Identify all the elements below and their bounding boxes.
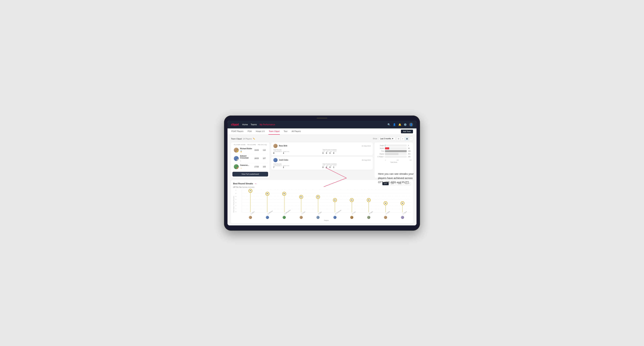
subnav-pga[interactable]: PGA bbox=[247, 128, 252, 135]
player-name-label: R. Butler bbox=[386, 211, 390, 214]
table-row[interactable]: 3 Cameron... 🔸 17/20 103 bbox=[232, 163, 268, 170]
bar-track-eagles bbox=[385, 145, 407, 147]
player-name-label: R. Britt bbox=[318, 211, 322, 214]
view-full-leaderboard-button[interactable]: View Full Leaderboard bbox=[232, 172, 268, 176]
streaks-chart-container: Best Streak, Fairway Accuracy 7 6 5 4 3 … bbox=[233, 190, 411, 221]
leaderboard-card: PLAYER NAME PB SCORE PB AVG SQ 1 Richa bbox=[231, 142, 270, 178]
subnav-team-clippd[interactable]: Team Clippd bbox=[268, 128, 280, 135]
streak-bubble: 4x bbox=[350, 198, 354, 202]
settings-icon[interactable]: ⚙️ bbox=[404, 123, 407, 126]
bar-fill-bogeys bbox=[385, 153, 398, 155]
player-scores: 18/20 107 bbox=[254, 158, 267, 159]
bar-fill-dbogeys bbox=[385, 156, 390, 158]
pb-avg-sq: 110 bbox=[262, 149, 267, 151]
bar-label-dbogeys: D. Bogeys + bbox=[376, 156, 384, 157]
streak-line bbox=[267, 194, 268, 212]
add-team-button[interactable]: Add Team bbox=[401, 130, 413, 133]
streak-column-crossman: 4x E. Crossman bbox=[326, 190, 344, 212]
table-row[interactable]: 2 Edward Crossman ⬥ 18/20 107 bbox=[232, 154, 268, 163]
total-rounds-label: Total Rounds bbox=[273, 149, 322, 151]
team-controls: Show Last 3 months ▼ ⊞ ≡ ▦ ↑ bbox=[373, 137, 413, 141]
streak-line bbox=[284, 194, 284, 212]
streak-bubble: 5x bbox=[316, 195, 320, 199]
bar-count-pars: 499 bbox=[408, 150, 412, 152]
subnav-hcaps[interactable]: Hcaps 1-5 bbox=[256, 128, 265, 135]
subnav-tour[interactable]: Tour bbox=[283, 128, 288, 135]
practice-value: 4 bbox=[283, 152, 289, 154]
bell-icon[interactable]: 🔔 bbox=[398, 123, 401, 126]
practice-activities-section: Total Practice Activities OTT0 APP0 ARG0… bbox=[322, 163, 371, 168]
annotation-container: Here you can see streaks your players ha… bbox=[378, 172, 416, 184]
bar-row-dbogeys: D. Bogeys + 131 bbox=[376, 156, 412, 158]
player-card-name: Rees Britt bbox=[279, 145, 287, 147]
sub-nav: PGAT Players PGA Hcaps 1-5 Team Clippd T… bbox=[228, 128, 416, 135]
app-logo: clippd bbox=[231, 123, 239, 126]
player-avatar-bottom bbox=[367, 216, 370, 219]
streaks-title: Best Round Streaks ← bbox=[233, 182, 257, 185]
pb-score: 18/20 bbox=[254, 158, 259, 159]
grid-view-btn[interactable]: ⊞ bbox=[396, 137, 400, 141]
list-view-btn[interactable]: ≡ bbox=[401, 137, 404, 141]
streaks-subtitle: Off The Tee Fairway Accuracy bbox=[233, 186, 411, 188]
rank-badge: 3 bbox=[236, 167, 239, 169]
bar-label-pars: Pars bbox=[376, 150, 384, 152]
table-row[interactable]: 1 Richard Butler 🏅 19/20 110 bbox=[232, 147, 268, 154]
streak-line bbox=[318, 197, 318, 212]
streaks-section: Best Round Streaks ← OTT APP ARG PUTT Of… bbox=[231, 180, 413, 223]
bar-row-birdies: Birdies 96 bbox=[376, 147, 412, 149]
y-tick-1: 1 bbox=[236, 208, 236, 209]
streak-bubble: 4x bbox=[333, 198, 337, 202]
bar-count-birdies: 96 bbox=[408, 148, 412, 149]
show-label: Show bbox=[373, 138, 377, 140]
streak-bubble: 7x bbox=[248, 189, 252, 193]
user-icon[interactable]: 👤 bbox=[393, 123, 396, 126]
export-btn[interactable]: ↑ bbox=[409, 137, 413, 141]
annotation-arrows bbox=[346, 178, 347, 178]
player-name: Cameron... bbox=[240, 164, 254, 166]
player-scores: 19/20 110 bbox=[254, 149, 267, 151]
period-dropdown[interactable]: Last 3 months ▼ bbox=[378, 137, 395, 140]
player-name-label: D. Billingham bbox=[284, 209, 291, 214]
streak-column-butler: 3x R. Butler bbox=[377, 190, 394, 212]
bar-chart-area: Eagles 3 Birdies bbox=[376, 144, 412, 159]
streak-bubble: 6x bbox=[282, 192, 286, 196]
pb-avg-sq: 103 bbox=[262, 166, 267, 168]
player-name-label: B. McHerg bbox=[268, 210, 273, 215]
player-name-label: D. Ford bbox=[352, 211, 356, 214]
x-tick-200: 200 bbox=[396, 160, 399, 161]
bar-label-eagles: Eagles bbox=[376, 145, 384, 146]
header-pb-avg-sq: PB AVG SQ bbox=[258, 144, 267, 146]
camera-notch bbox=[317, 118, 327, 119]
search-icon[interactable]: 🔍 bbox=[388, 123, 390, 126]
avatar-icon[interactable]: 👤 bbox=[409, 123, 413, 127]
player-count: 14 Players bbox=[243, 138, 252, 140]
streak-column-britt: 5x R. Britt bbox=[310, 190, 326, 212]
view-icons: ⊞ ≡ ▦ ↑ bbox=[396, 137, 413, 141]
player-name: Edward Crossman bbox=[240, 155, 254, 159]
nav-my-performance[interactable]: My Performance bbox=[260, 123, 275, 126]
streak-bubble: 5x bbox=[299, 195, 303, 199]
pb-avg-sq: 107 bbox=[262, 158, 267, 159]
player-scores: 17/20 103 bbox=[254, 166, 267, 168]
header-player-name: PLAYER NAME bbox=[234, 144, 246, 146]
edit-icon[interactable]: ✏️ bbox=[253, 138, 255, 140]
y-ticks: 7 6 5 4 3 2 1 0 bbox=[236, 190, 236, 212]
streak-column-quick: 3x C. Quick bbox=[394, 190, 411, 212]
player-card-avatar bbox=[273, 158, 278, 162]
subnav-pgat[interactable]: PGAT Players bbox=[231, 128, 244, 135]
streak-column-ford: 4x D. Ford bbox=[343, 190, 360, 212]
card-view-btn[interactable]: ▦ bbox=[405, 137, 409, 141]
tournament-label: Tournament bbox=[273, 151, 282, 152]
practice-value: 2 bbox=[283, 166, 289, 168]
nav-teams[interactable]: Teams bbox=[250, 123, 257, 126]
player-avatar-bottom bbox=[384, 216, 387, 219]
nav-home[interactable]: Home bbox=[242, 123, 248, 126]
subnav-all-players[interactable]: All Players bbox=[292, 128, 301, 135]
player-avatar-bottom bbox=[282, 216, 286, 219]
streak-column-coles: 5x J. Coles bbox=[293, 190, 310, 212]
player-avatar-bottom bbox=[401, 216, 404, 219]
y-tick-4: 4 bbox=[236, 199, 236, 200]
col-headers: PLAYER NAME PB SCORE PB AVG SQ bbox=[232, 144, 268, 147]
player-avatar-bottom bbox=[334, 216, 336, 219]
player-name-label: C. Quick bbox=[402, 211, 407, 214]
